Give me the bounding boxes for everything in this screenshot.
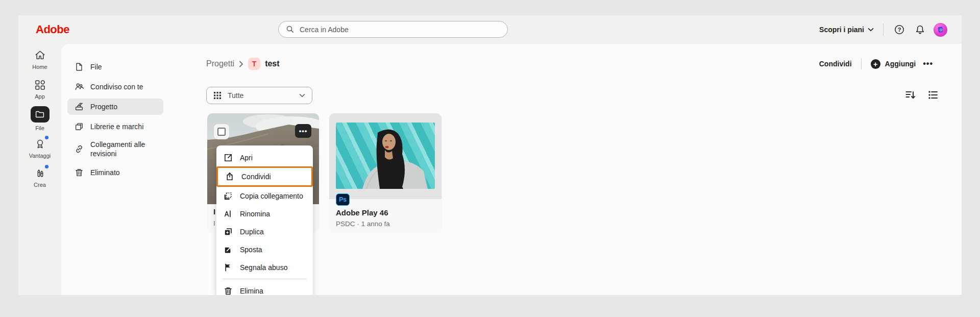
sidebar-item-file[interactable]: File <box>67 59 163 75</box>
rail-item-home[interactable]: Home <box>18 49 61 70</box>
menu-item-label: Segnala abuso <box>240 263 287 272</box>
card-more-button-active[interactable]: ••• <box>295 124 311 138</box>
highlight-ring: Condividi <box>216 166 313 187</box>
actions-divider <box>861 58 862 69</box>
sidebar-item-condiviso[interactable]: Condiviso con te <box>67 79 163 95</box>
chevron-down-icon <box>299 93 305 97</box>
rail-item-label: Crea <box>18 182 61 188</box>
menu-item-segnala-abuso[interactable]: Segnala abuso <box>216 258 313 276</box>
link-icon <box>75 144 84 154</box>
sidebar-item-librerie[interactable]: Librerie e marchi <box>67 118 163 135</box>
crayons-icon <box>18 167 61 179</box>
delete-icon <box>224 286 233 296</box>
view-controls <box>904 89 939 101</box>
share-icon <box>225 172 234 181</box>
global-search[interactable] <box>278 21 508 38</box>
people-icon <box>75 82 84 91</box>
card-title-fragment: I <box>213 207 215 216</box>
plus-circle-icon: + <box>871 59 880 69</box>
filter-selected-label: Tutte <box>228 91 293 100</box>
rail-item-vantaggi[interactable]: Vantaggi <box>18 138 61 159</box>
help-button[interactable]: ? <box>893 23 906 36</box>
menu-item-condividi[interactable]: Condividi <box>218 168 311 185</box>
sidebar-item-eliminato[interactable]: Eliminato <box>67 164 163 181</box>
search-icon <box>286 25 295 34</box>
home-icon <box>18 49 61 61</box>
rail-item-label: App <box>18 93 61 100</box>
app-rail: Home App File Vantaggi <box>18 44 61 295</box>
asset-card-adobe-play-46[interactable]: Ps Adobe Play 46 PSDC · 1 anno fa <box>329 113 442 232</box>
top-header: Adobe Scopri i piani ? <box>18 15 962 44</box>
menu-item-elimina[interactable]: Elimina <box>216 282 313 295</box>
menu-item-copia-collegamento[interactable]: Copia collegamento <box>216 187 313 205</box>
asset-type-filter-dropdown[interactable]: Tutte <box>206 87 312 104</box>
discover-plans-button[interactable]: Scopri i piani <box>819 26 874 34</box>
open-icon <box>224 153 233 162</box>
duplicate-icon <box>224 227 233 236</box>
libraries-icon <box>75 122 84 131</box>
trash-icon <box>75 168 84 177</box>
move-icon <box>224 245 233 254</box>
project-initial-badge: T <box>248 58 260 70</box>
adobe-logo[interactable]: Adobe <box>36 23 69 36</box>
header-right-cluster: Scopri i piani ? <box>819 15 947 44</box>
menu-item-duplica[interactable]: Duplica <box>216 223 313 240</box>
sort-button[interactable] <box>904 89 917 101</box>
notification-dot <box>45 136 48 139</box>
sidebar-item-label: File <box>90 62 102 71</box>
sidebar-item-label: Eliminato <box>90 168 120 177</box>
menu-item-label: Copia collegamento <box>240 192 303 200</box>
rail-item-app[interactable]: App <box>18 79 61 100</box>
card-meta-fragment: I <box>213 220 215 227</box>
sidebar-item-label: Librerie e marchi <box>90 122 143 131</box>
card-title: Adobe Play 46 <box>336 208 388 217</box>
sidebar-item-label: Condiviso con te <box>90 82 143 91</box>
add-button[interactable]: + Aggiungi <box>871 59 916 69</box>
svg-text:?: ? <box>898 27 901 33</box>
rail-item-label: Home <box>18 64 61 70</box>
share-project-button[interactable]: Condividi <box>819 60 852 68</box>
header-divider <box>883 23 884 36</box>
breadcrumb-current: test <box>265 59 279 68</box>
checkbox-box <box>217 128 226 136</box>
card-context-menu: Apri Condividi Copia collegamento <box>216 145 313 295</box>
notifications-bell-button[interactable] <box>913 23 926 36</box>
list-view-button[interactable] <box>927 89 939 101</box>
breadcrumb: Progetti T test <box>206 56 280 71</box>
menu-item-label: Apri <box>240 154 253 162</box>
rail-item-crea[interactable]: Crea <box>18 167 61 188</box>
project-actions: Condividi + Aggiungi ••• <box>819 56 933 71</box>
sidebar-item-progetto[interactable]: Progetto <box>67 99 163 115</box>
menu-item-label: Elimina <box>240 287 263 295</box>
rail-item-file[interactable]: File <box>18 106 61 131</box>
menu-item-label: Rinomina <box>240 210 270 218</box>
card-meta: PSDC · 1 anno fa <box>336 220 390 228</box>
menu-item-rinomina[interactable]: Rinomina <box>216 205 313 223</box>
adobe-cc-window: Adobe Scopri i piani ? <box>18 15 962 295</box>
psd-thumbnail-photo <box>336 123 435 189</box>
menu-item-apri[interactable]: Apri <box>216 149 313 166</box>
folder-icon <box>18 106 61 123</box>
breadcrumb-parent-link[interactable]: Progetti <box>206 59 234 68</box>
menu-item-sposta[interactable]: Sposta <box>216 240 313 258</box>
account-avatar[interactable] <box>934 23 947 37</box>
chevron-right-icon <box>239 61 243 67</box>
main-panel: File Condiviso con te Progetto Librerie … <box>61 44 962 295</box>
rail-item-label: Vantaggi <box>18 153 61 159</box>
menu-divider <box>223 279 307 279</box>
card-select-checkbox[interactable] <box>214 124 229 139</box>
add-button-label: Aggiungi <box>885 60 916 68</box>
photoshop-badge: Ps <box>336 193 350 206</box>
report-flag-icon <box>224 263 233 272</box>
menu-item-label: Duplica <box>240 228 264 236</box>
sidebar-item-collegamenti[interactable]: Collegamenti alle revisioni <box>67 137 163 161</box>
sidebar-item-label: Progetto <box>90 102 117 111</box>
rail-active-indicator <box>31 106 50 123</box>
apps-icon <box>18 79 61 91</box>
more-options-button[interactable]: ••• <box>923 59 933 68</box>
grid-view-icon <box>213 91 222 100</box>
rename-icon <box>224 209 233 218</box>
award-icon <box>18 138 61 150</box>
project-icon <box>75 102 84 111</box>
search-input[interactable] <box>300 26 500 34</box>
